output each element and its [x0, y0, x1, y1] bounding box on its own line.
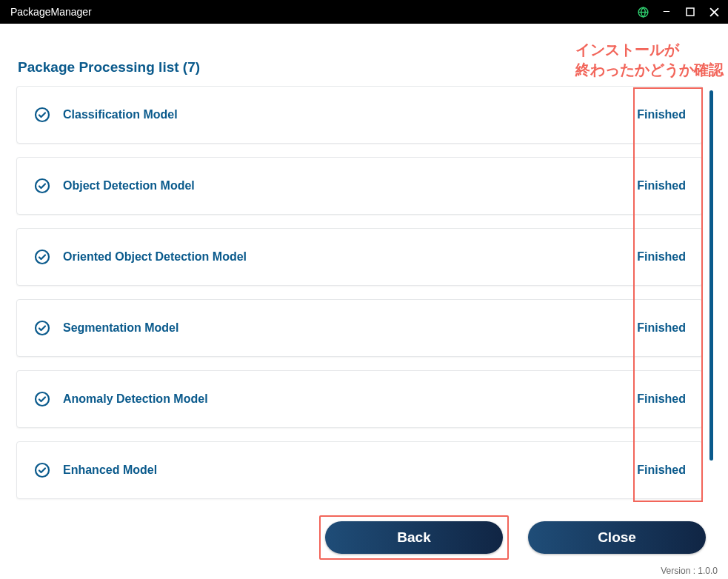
check-circle-icon	[33, 461, 51, 479]
package-status: Finished	[637, 250, 686, 264]
button-row: Back Close	[319, 515, 706, 560]
app-title: PackageManager	[10, 6, 92, 18]
version-label: Version : 1.0.0	[661, 566, 718, 576]
package-row[interactable]: Classification Model Finished	[16, 86, 703, 144]
package-status: Finished	[637, 463, 686, 477]
window-controls: –	[636, 5, 721, 19]
package-name: Segmentation Model	[63, 321, 637, 335]
check-circle-icon	[33, 390, 51, 408]
package-row[interactable]: Enhanced Model Finished	[16, 441, 703, 499]
package-row[interactable]: Oriented Object Detection Model Finished	[16, 228, 703, 286]
package-list-wrapper: Classification Model Finished Object Det…	[16, 86, 713, 523]
close-icon[interactable]	[707, 5, 721, 19]
package-name: Enhanced Model	[63, 463, 637, 477]
svg-rect-1	[687, 8, 694, 16]
content-area: インストールが 終わったかどうか確認 Package Processing li…	[0, 24, 728, 579]
back-button[interactable]: Back	[325, 521, 503, 554]
close-button[interactable]: Close	[528, 521, 706, 554]
package-status: Finished	[637, 108, 686, 121]
minimize-icon[interactable]: –	[660, 3, 673, 16]
package-name: Oriented Object Detection Model	[63, 250, 637, 264]
package-status: Finished	[637, 321, 686, 335]
package-status: Finished	[637, 179, 686, 193]
annotation-back-highlight: Back	[319, 515, 509, 560]
check-circle-icon	[33, 248, 51, 266]
package-row[interactable]: Object Detection Model Finished	[16, 157, 703, 215]
package-row[interactable]: Segmentation Model Finished	[16, 299, 703, 357]
globe-icon[interactable]	[636, 5, 649, 19]
maximize-icon[interactable]	[684, 5, 697, 19]
check-circle-icon	[33, 177, 51, 195]
titlebar: PackageManager –	[0, 0, 728, 24]
package-name: Classification Model	[63, 108, 637, 121]
package-name: Anomaly Detection Model	[63, 392, 637, 406]
package-name: Object Detection Model	[63, 179, 637, 193]
check-circle-icon	[33, 319, 51, 337]
list-title: Package Processing list (7)	[18, 59, 713, 76]
check-circle-icon	[33, 106, 51, 124]
package-row[interactable]: Anomaly Detection Model Finished	[16, 370, 703, 428]
package-status: Finished	[637, 392, 686, 406]
package-list: Classification Model Finished Object Det…	[16, 86, 713, 499]
